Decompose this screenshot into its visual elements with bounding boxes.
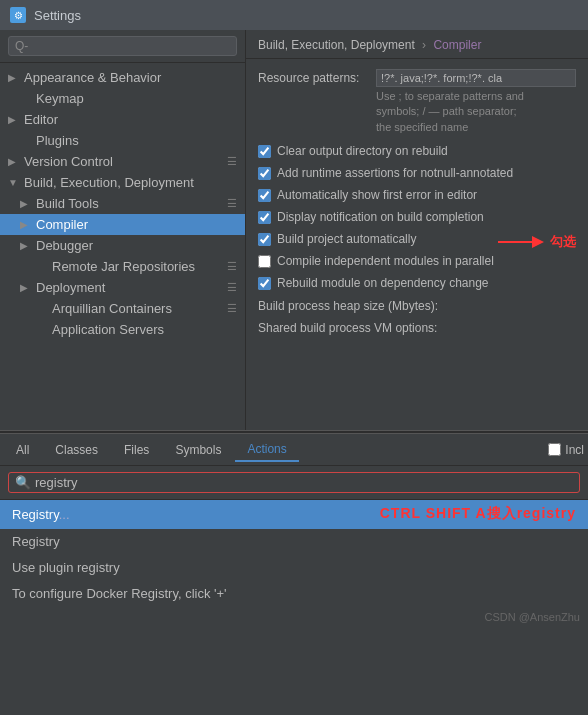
tab-symbols[interactable]: Symbols (163, 439, 233, 461)
incl-checkbox-input[interactable] (548, 443, 561, 456)
checkbox-rebuild-module-input[interactable] (258, 277, 271, 290)
build-auto-row: Build project automatically 勾选 (258, 231, 576, 253)
checkbox-add-runtime-input[interactable] (258, 167, 271, 180)
arrow-icon: ▶ (20, 282, 32, 293)
sidebar-item-compiler[interactable]: ▶ Compiler (0, 214, 245, 235)
ext-icon: ☰ (227, 302, 237, 315)
tab-classes[interactable]: Classes (43, 439, 110, 461)
result-configure-docker[interactable]: To configure Docker Registry, click '+' (0, 581, 588, 607)
tab-files[interactable]: Files (112, 439, 161, 461)
sidebar-item-label: Deployment (36, 280, 105, 295)
content-body: Resource patterns: Use ; to separate pat… (246, 59, 588, 430)
checkbox-auto-show-error-input[interactable] (258, 189, 271, 202)
bottom-panel: All Classes Files Symbols Actions Incl 🔍… (0, 434, 588, 627)
sidebar-item-app-servers[interactable]: Application Servers (0, 319, 245, 340)
sidebar-item-debugger[interactable]: ▶ Debugger (0, 235, 245, 256)
content-header: Build, Execution, Deployment › Compiler (246, 30, 588, 59)
checkbox-display-notification: Display notification on build completion (258, 209, 576, 225)
arrow-icon: ▶ (8, 72, 20, 83)
incl-label: Incl (565, 443, 584, 457)
checkbox-build-auto-input[interactable] (258, 233, 271, 246)
sidebar-item-label: Build Tools (36, 196, 99, 211)
sidebar-item-version-control[interactable]: ▶ Version Control ☰ (0, 151, 245, 172)
ext-icon: ☰ (227, 260, 237, 273)
red-arrow-svg (496, 233, 546, 251)
breadcrumb-current: Compiler (433, 38, 481, 52)
content-panel: Build, Execution, Deployment › Compiler … (246, 30, 588, 430)
checkbox-auto-show-error: Automatically show first error in editor (258, 187, 576, 203)
breadcrumb: Build, Execution, Deployment › Compiler (258, 38, 481, 52)
footer-credit: CSDN @AnsenZhu (0, 607, 588, 627)
checkbox-compile-independent-input[interactable] (258, 255, 271, 268)
sidebar-item-editor[interactable]: ▶ Editor (0, 109, 245, 130)
sidebar-item-label: Editor (24, 112, 58, 127)
sidebar-item-label: Debugger (36, 238, 93, 253)
sidebar-search-wrap[interactable]: Q- (8, 36, 237, 56)
checkbox-clear-output: Clear output directory on rebuild (258, 143, 576, 159)
results-list: Registry... CTRL SHIFT A搜入registry Regis… (0, 500, 588, 607)
sidebar-item-label: Plugins (36, 133, 79, 148)
window-title: Settings (34, 8, 81, 23)
sidebar-item-keymap[interactable]: Keymap (0, 88, 245, 109)
search-box[interactable]: 🔍 (8, 472, 580, 493)
sidebar-item-label: Build, Execution, Deployment (24, 175, 194, 190)
settings-body: Q- ▶ Appearance & Behavior Keymap ▶ Edit… (0, 30, 588, 430)
sidebar-item-label: Keymap (36, 91, 84, 106)
shared-vm-label: Shared build process VM options: (258, 321, 576, 335)
sidebar: Q- ▶ Appearance & Behavior Keymap ▶ Edit… (0, 30, 246, 430)
checkbox-auto-show-error-label: Automatically show first error in editor (277, 188, 477, 202)
sidebar-item-build-tools[interactable]: ▶ Build Tools ☰ (0, 193, 245, 214)
tab-actions[interactable]: Actions (235, 438, 298, 462)
checkbox-display-notification-input[interactable] (258, 211, 271, 224)
title-bar: ⚙ Settings (0, 0, 588, 30)
sidebar-item-arquillian[interactable]: Arquillian Containers ☰ (0, 298, 245, 319)
tab-all[interactable]: All (4, 439, 41, 461)
ext-icon: ☰ (227, 197, 237, 210)
result-registry-highlighted[interactable]: Registry... CTRL SHIFT A搜入registry (0, 500, 588, 529)
result-text: To configure Docker Registry, click '+' (12, 586, 227, 601)
result-registry-plain[interactable]: Registry (0, 529, 588, 555)
result-use-plugin-registry[interactable]: Use plugin registry (0, 555, 588, 581)
tabs-bar: All Classes Files Symbols Actions Incl (0, 434, 588, 466)
checkbox-compile-independent: Compile independent modules in parallel (258, 253, 576, 269)
breadcrumb-sep: › (422, 38, 426, 52)
sidebar-search-input[interactable] (32, 39, 230, 53)
sidebar-item-appearance[interactable]: ▶ Appearance & Behavior (0, 67, 245, 88)
settings-icon: ⚙ (10, 7, 26, 23)
search-input[interactable] (35, 475, 185, 490)
result-text: Registry... (12, 507, 70, 522)
tab-right: Incl (548, 443, 584, 457)
sidebar-nav: ▶ Appearance & Behavior Keymap ▶ Editor … (0, 63, 245, 430)
credit-text: CSDN @AnsenZhu (484, 611, 580, 623)
sidebar-item-plugins[interactable]: Plugins (0, 130, 245, 151)
sidebar-item-label: Compiler (36, 217, 88, 232)
sidebar-item-build-execution[interactable]: ▼ Build, Execution, Deployment (0, 172, 245, 193)
sidebar-item-label: Version Control (24, 154, 113, 169)
checkbox-add-runtime-label: Add runtime assertions for notnull-annot… (277, 166, 513, 180)
arrow-icon: ▼ (8, 177, 20, 188)
resource-hint: Use ; to separate patterns andsymbols; /… (376, 89, 576, 135)
resource-patterns-input[interactable] (376, 69, 576, 87)
search-section: 🔍 (0, 466, 588, 500)
arrow-icon: ▶ (8, 114, 20, 125)
incl-checkbox: Incl (548, 443, 584, 457)
sidebar-item-remote-jar[interactable]: Remote Jar Repositories ☰ (0, 256, 245, 277)
arrow-icon: ▶ (8, 156, 20, 167)
arrow-icon: ▶ (20, 198, 32, 209)
checkbox-clear-output-input[interactable] (258, 145, 271, 158)
resource-patterns-label: Resource patterns: (258, 69, 368, 85)
checkbox-build-auto: Build project automatically (258, 231, 488, 247)
resource-patterns-row: Resource patterns: Use ; to separate pat… (258, 69, 576, 135)
sidebar-search-icon: Q- (15, 39, 28, 53)
sidebar-item-label: Arquillian Containers (52, 301, 172, 316)
sidebar-item-deployment[interactable]: ▶ Deployment ☰ (0, 277, 245, 298)
sidebar-search-bar: Q- (0, 30, 245, 63)
breadcrumb-path: Build, Execution, Deployment (258, 38, 415, 52)
settings-window: ⚙ Settings Q- ▶ Appearance & Behavior Ke… (0, 0, 588, 430)
sidebar-item-label: Application Servers (52, 322, 164, 337)
resource-patterns-value: Use ; to separate patterns andsymbols; /… (376, 69, 576, 135)
ctrl-annotation: CTRL SHIFT A搜入registry (360, 505, 576, 523)
checkbox-display-notification-label: Display notification on build completion (277, 210, 484, 224)
search-icon: 🔍 (15, 475, 31, 490)
result-text: Registry (12, 534, 60, 549)
